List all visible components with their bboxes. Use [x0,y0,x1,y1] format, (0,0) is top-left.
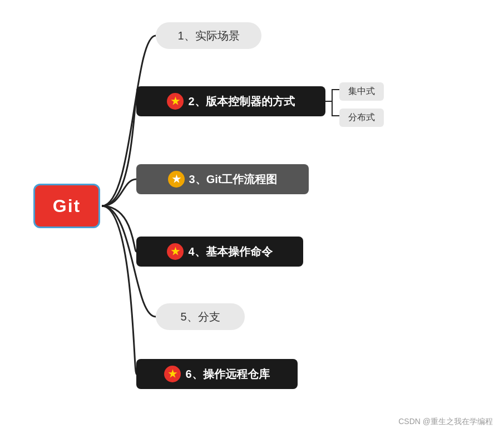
watermark: CSDN @重生之我在学编程 [398,417,493,427]
branch-1: 1、实际场景 [156,22,261,49]
mind-map: Git 1、实际场景 ★ 2、版本控制器的方式 集中式 分布式 ★ 3、Git工… [0,0,504,438]
branch-3-label: 3、Git工作流程图 [189,172,278,187]
branch-1-label: 1、实际场景 [177,28,239,43]
branch-2: ★ 2、版本控制器的方式 [136,86,325,116]
branch-6-label: 6、操作远程仓库 [185,367,269,382]
branch-5-label: 5、分支 [180,309,220,324]
branch-3: ★ 3、Git工作流程图 [136,164,309,194]
watermark-text: CSDN @重生之我在学编程 [398,417,493,426]
branch-4-label: 4、基本操作命令 [188,244,272,259]
center-label: Git [53,196,81,216]
branch-3-icon: ★ [168,171,185,188]
branch-5: 5、分支 [156,303,245,330]
branch-6-icon: ★ [164,366,181,382]
center-node: Git [33,184,100,228]
sub-node-distributed: 分布式 [339,109,384,127]
sub-node-centralized: 集中式 [339,82,384,101]
branch-2-label: 2、版本控制器的方式 [188,94,294,109]
sub-centralized-label: 集中式 [348,86,375,96]
branch-4-icon: ★ [167,243,184,260]
sub-distributed-label: 分布式 [348,112,375,122]
branch-2-icon: ★ [167,93,184,110]
branch-6: ★ 6、操作远程仓库 [136,359,298,389]
branch-4: ★ 4、基本操作命令 [136,237,303,267]
